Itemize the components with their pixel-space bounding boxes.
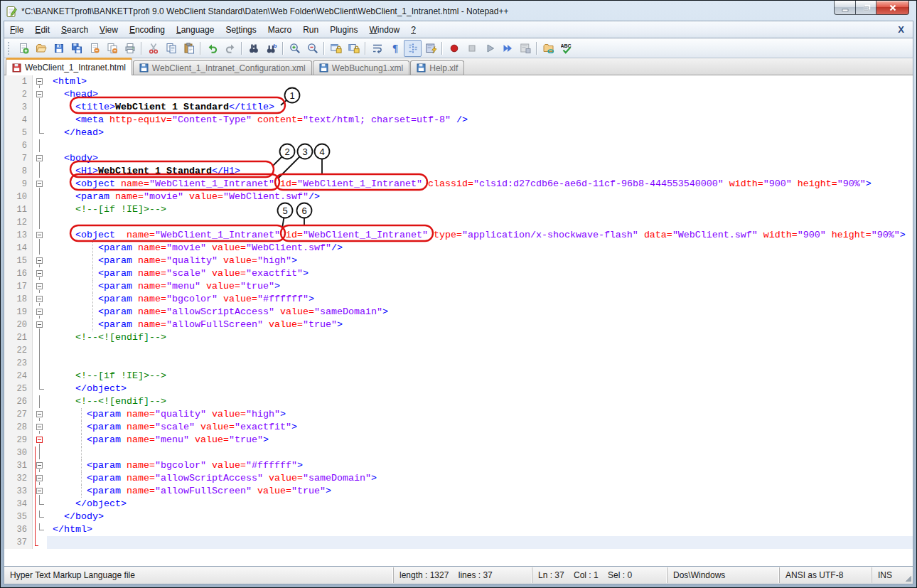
code-line[interactable]: 33 <param name="allowFullScreen" value="…: [4, 485, 913, 498]
fold-margin[interactable]: [33, 319, 47, 331]
toolbar-spell-check-button[interactable]: ABC: [557, 40, 575, 57]
code-line[interactable]: 13 <object name="WebClient_1_Intranet" i…: [4, 229, 913, 242]
title-bar[interactable]: *C:\BANKETTprofi\BANKETTprofi 9.0 WebCli…: [4, 1, 913, 21]
fold-margin[interactable]: [33, 421, 47, 434]
code-line[interactable]: 25 </object>: [4, 383, 913, 395]
tab-2[interactable]: WebClient_1_Intranet_Configuration.xml: [133, 60, 312, 75]
fold-margin[interactable]: [33, 75, 47, 88]
code-text[interactable]: [47, 536, 913, 549]
menu-item-window[interactable]: Window: [364, 23, 406, 37]
code-line[interactable]: 15 <param name="quality" value="high">: [4, 255, 913, 267]
fold-margin[interactable]: [33, 229, 47, 242]
fold-margin[interactable]: [33, 152, 47, 165]
fold-margin[interactable]: [33, 408, 47, 421]
toolbar-save-file-button[interactable]: [50, 40, 68, 57]
code-text[interactable]: <param name="scale" value="exactfit">: [47, 421, 913, 434]
fold-collapse-box[interactable]: [36, 321, 43, 328]
toolbar-sync-scroll-v-button[interactable]: [327, 40, 345, 57]
fold-collapse-box[interactable]: [36, 270, 43, 277]
fold-collapse-box[interactable]: [36, 309, 43, 315]
code-text[interactable]: </head>: [47, 127, 913, 139]
toolbar-zoom-out-button[interactable]: [304, 40, 321, 57]
code-line[interactable]: 26 <!--<![endif]-->: [4, 395, 913, 408]
code-line[interactable]: 16 <param name="scale" value="exactfit">: [4, 267, 913, 280]
code-text[interactable]: </body>: [47, 511, 913, 523]
toolbar-close-all-button[interactable]: [103, 40, 121, 57]
fold-margin[interactable]: [33, 306, 47, 319]
toolbar-sync-scroll-h-button[interactable]: [345, 40, 363, 57]
toolbar-print-button[interactable]: [121, 40, 139, 57]
fold-margin[interactable]: [33, 459, 47, 472]
fold-collapse-box-red[interactable]: [36, 437, 43, 443]
code-text[interactable]: <param name="movie" value="WebClient.swf…: [47, 242, 913, 255]
code-line[interactable]: 2 <head>: [4, 88, 913, 101]
code-line[interactable]: 10 <param name="movie" value="WebClient.…: [4, 191, 913, 203]
code-text[interactable]: <param name="allowScriptAccess" value="s…: [47, 306, 913, 319]
menu-item-settings[interactable]: Settings: [220, 23, 262, 37]
fold-margin[interactable]: [33, 280, 47, 293]
code-line[interactable]: 19 <param name="allowScriptAccess" value…: [4, 306, 913, 319]
code-line[interactable]: 14 <param name="movie" value="WebClient.…: [4, 242, 913, 255]
code-text[interactable]: <object name="WebClient_1_Intranet" id="…: [47, 229, 913, 242]
code-text[interactable]: [47, 216, 913, 229]
menu-item-view[interactable]: View: [94, 23, 124, 37]
code-text[interactable]: <param name="menu" value="true">: [47, 434, 913, 447]
code-line[interactable]: 1<html>: [4, 75, 913, 88]
code-line[interactable]: 20 <param name="allowFullScreen" value="…: [4, 319, 913, 331]
code-text[interactable]: <!--<![endif]-->: [47, 331, 913, 344]
toolbar-word-wrap-button[interactable]: [368, 40, 386, 57]
fold-collapse-box[interactable]: [36, 257, 43, 264]
menu-item-macro[interactable]: Macro: [262, 23, 297, 37]
fold-margin[interactable]: [33, 434, 47, 447]
toolbar-undo-button[interactable]: [203, 40, 221, 57]
menu-item-language[interactable]: Language: [171, 23, 220, 37]
code-text[interactable]: <param name="bgcolor" value="#ffffff">: [47, 459, 913, 472]
toolbar-function-list-button[interactable]: [422, 40, 439, 57]
toolbar-stop-macro-button[interactable]: [463, 40, 481, 57]
code-text[interactable]: </object>: [47, 498, 913, 511]
code-text[interactable]: <param name="scale" value="exactfit">: [47, 267, 913, 280]
code-text[interactable]: [47, 447, 913, 459]
menubar-close-button[interactable]: X: [895, 24, 907, 35]
code-text[interactable]: <title>WebClient 1 Standard</title>: [47, 101, 913, 114]
code-text[interactable]: </object>: [47, 383, 913, 395]
code-text[interactable]: <param name="quality" value="high">: [47, 255, 913, 267]
close-button[interactable]: [876, 1, 909, 15]
tab-1[interactable]: WebClient_1_Intranet.html: [6, 58, 132, 75]
toolbar-indent-guide-button[interactable]: [404, 40, 422, 57]
fold-collapse-box[interactable]: [36, 488, 43, 494]
code-text[interactable]: <param name="allowFullScreen" value="tru…: [47, 485, 913, 498]
menu-item-edit[interactable]: Edit: [29, 23, 55, 37]
code-line[interactable]: 3 <title>WebClient 1 Standard</title>: [4, 101, 913, 114]
toolbar-paste-button[interactable]: [180, 40, 198, 57]
code-line[interactable]: 27 <param name="quality" value="high">: [4, 408, 913, 421]
fold-margin[interactable]: [33, 178, 47, 191]
toolbar-open-file-button[interactable]: [32, 40, 50, 57]
fold-collapse-box[interactable]: [36, 155, 43, 161]
code-line[interactable]: 30: [4, 447, 913, 459]
code-text[interactable]: <meta http-equiv="Content-Type" content=…: [47, 114, 913, 127]
code-line[interactable]: 4 <meta http-equiv="Content-Type" conten…: [4, 114, 913, 127]
code-line[interactable]: 6: [4, 139, 913, 152]
fold-margin[interactable]: [33, 255, 47, 267]
code-text[interactable]: [47, 139, 913, 152]
fold-collapse-box[interactable]: [36, 232, 43, 238]
code-text[interactable]: <!--[if !IE]>-->: [47, 203, 913, 216]
code-text[interactable]: <param name="allowFullScreen" value="tru…: [47, 319, 913, 331]
toolbar-find-button[interactable]: [245, 40, 262, 57]
toolbar-cut-button[interactable]: [144, 40, 162, 57]
tab-4[interactable]: Help.xlf: [410, 60, 464, 75]
code-line[interactable]: 18 <param name="bgcolor" value="#ffffff"…: [4, 293, 913, 306]
fold-collapse-box[interactable]: [36, 283, 43, 289]
toolbar-grip[interactable]: [8, 42, 12, 55]
fold-collapse-box[interactable]: [36, 411, 43, 417]
code-line[interactable]: 37: [4, 536, 913, 549]
code-text[interactable]: <param name="movie" value="WebClient.swf…: [47, 191, 913, 203]
fold-collapse-box[interactable]: [36, 296, 43, 302]
code-line[interactable]: 29 <param name="menu" value="true">: [4, 434, 913, 447]
fold-collapse-box[interactable]: [36, 462, 43, 469]
fold-margin[interactable]: [33, 267, 47, 280]
restore-button[interactable]: [855, 1, 876, 15]
code-line[interactable]: 28 <param name="scale" value="exactfit">: [4, 421, 913, 434]
minimize-button[interactable]: [834, 1, 855, 15]
